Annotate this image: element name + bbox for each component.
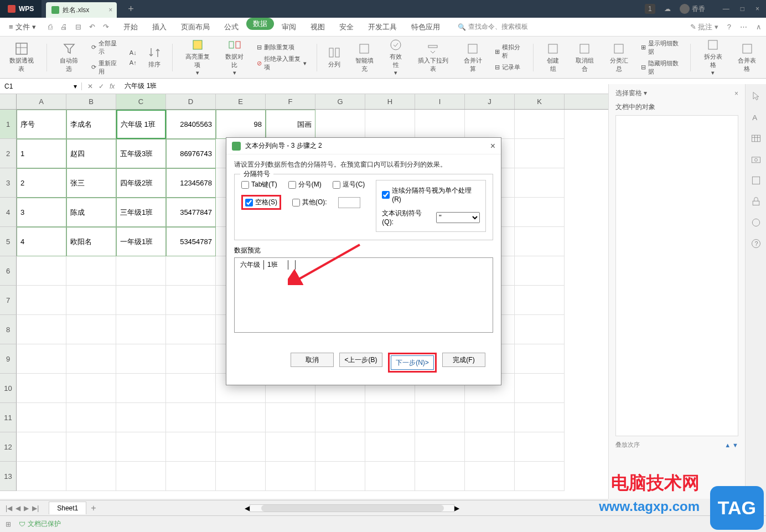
- cell[interactable]: 张三: [66, 168, 116, 198]
- cell[interactable]: [315, 462, 365, 491]
- tab-layout[interactable]: 页面布局: [174, 18, 216, 37]
- reapply-button[interactable]: ⟳重新应用: [89, 58, 122, 77]
- cancel-button[interactable]: 取消: [291, 353, 334, 367]
- move-up-icon[interactable]: ▲: [724, 442, 731, 448]
- sort-button[interactable]: 排序: [144, 44, 164, 71]
- col-header-g[interactable]: G: [315, 94, 365, 109]
- sort-desc-button[interactable]: A↑: [127, 58, 139, 67]
- subtotal-button[interactable]: 分类汇总: [604, 40, 633, 75]
- tab-review[interactable]: 审阅: [275, 18, 303, 37]
- ungroup-button[interactable]: 取消组合: [570, 40, 599, 75]
- analysis-icon[interactable]: [751, 175, 762, 186]
- cell[interactable]: 李成名: [66, 110, 116, 139]
- cell[interactable]: [17, 286, 66, 315]
- tab-checkbox[interactable]: Tab键(T): [241, 180, 277, 189]
- cell[interactable]: [66, 315, 116, 344]
- cell[interactable]: [166, 286, 216, 315]
- cell[interactable]: [116, 315, 166, 344]
- scroll-right-icon[interactable]: ▶: [454, 504, 459, 512]
- cell[interactable]: 序号: [17, 110, 66, 139]
- cell[interactable]: [415, 110, 465, 139]
- reject-dup-button[interactable]: ⊘拒绝录入重复项 ▾: [255, 54, 309, 73]
- fx-icon[interactable]: fx: [110, 82, 115, 90]
- cell[interactable]: [415, 403, 465, 432]
- save-icon[interactable]: ⎙: [48, 23, 53, 31]
- user-avatar[interactable]: 香香: [680, 4, 705, 14]
- cell[interactable]: 五年级3班: [116, 139, 166, 168]
- col-header-i[interactable]: I: [415, 94, 465, 109]
- cell[interactable]: [266, 432, 315, 462]
- show-all-button[interactable]: ⟳全部显示: [89, 38, 122, 57]
- cell[interactable]: [266, 462, 315, 491]
- document-tab[interactable]: 姓名.xlsx ×: [46, 2, 117, 18]
- print-icon[interactable]: 🖨: [60, 23, 68, 31]
- cell[interactable]: [166, 374, 216, 403]
- tab-special[interactable]: 特色应用: [405, 18, 447, 37]
- cell[interactable]: 陈成: [66, 198, 116, 227]
- cell[interactable]: [17, 315, 66, 344]
- cell[interactable]: [116, 256, 166, 286]
- cell[interactable]: [515, 432, 565, 462]
- app-logo[interactable]: WPS: [0, 0, 42, 18]
- cell[interactable]: [465, 432, 515, 462]
- cell[interactable]: [216, 403, 266, 432]
- tab-insert[interactable]: 插入: [146, 18, 173, 37]
- cell[interactable]: [116, 374, 166, 403]
- select-all-corner[interactable]: [0, 94, 17, 109]
- cell[interactable]: [315, 110, 365, 139]
- col-header-k[interactable]: K: [515, 94, 565, 109]
- cell[interactable]: [315, 403, 365, 432]
- cell[interactable]: 四年级2班: [116, 168, 166, 198]
- backup-icon[interactable]: [751, 217, 762, 228]
- cell[interactable]: [166, 403, 216, 432]
- cell[interactable]: [66, 344, 116, 374]
- cell[interactable]: 六年级 1班: [116, 110, 166, 139]
- collapse-icon[interactable]: ∧: [756, 23, 762, 31]
- move-down-icon[interactable]: ▼: [732, 442, 738, 448]
- cell[interactable]: [365, 403, 415, 432]
- row-header[interactable]: 12: [0, 432, 17, 462]
- consecutive-checkbox[interactable]: 连续分隔符号视为单个处理(R): [382, 186, 480, 203]
- row-header[interactable]: 1: [0, 110, 17, 139]
- cell[interactable]: [116, 432, 166, 462]
- cell[interactable]: [515, 168, 565, 198]
- cell[interactable]: [365, 432, 415, 462]
- col-header-e[interactable]: E: [216, 94, 266, 109]
- row-header[interactable]: 13: [0, 462, 17, 491]
- row-header[interactable]: 7: [0, 286, 17, 315]
- cloud-icon[interactable]: ☁: [664, 5, 671, 13]
- last-sheet-icon[interactable]: ▶|: [32, 504, 39, 512]
- cell[interactable]: [66, 286, 116, 315]
- grid-icon[interactable]: ⊞: [6, 520, 11, 528]
- sort-asc-button[interactable]: A↓: [127, 48, 139, 57]
- cell[interactable]: 3: [17, 198, 66, 227]
- minimize-icon[interactable]: —: [723, 5, 729, 13]
- file-menu[interactable]: ≡ 文件 ▾: [4, 22, 40, 32]
- space-checkbox[interactable]: 空格(S): [245, 198, 277, 207]
- accept-fx-icon[interactable]: ✓: [99, 82, 104, 90]
- next-button[interactable]: 下一步(N)>: [391, 355, 434, 370]
- close-icon[interactable]: ×: [755, 5, 759, 13]
- cell[interactable]: 28405563: [166, 110, 216, 139]
- pointer-icon[interactable]: [751, 91, 762, 102]
- cell[interactable]: [166, 462, 216, 491]
- other-delimiter-input[interactable]: [338, 197, 360, 208]
- cell[interactable]: 一年级1班: [116, 227, 166, 256]
- cell[interactable]: [515, 374, 565, 403]
- cell[interactable]: 53454787: [166, 227, 216, 256]
- maximize-icon[interactable]: □: [741, 5, 744, 13]
- prev-sheet-icon[interactable]: ◀: [15, 504, 20, 512]
- cell[interactable]: [365, 110, 415, 139]
- row-header[interactable]: 5: [0, 227, 17, 256]
- smart-fill-button[interactable]: 智能填充: [350, 40, 379, 75]
- row-header[interactable]: 6: [0, 256, 17, 286]
- cell[interactable]: 2: [17, 168, 66, 198]
- add-sheet-button[interactable]: +: [91, 503, 96, 513]
- split-table-button[interactable]: 拆分表格 ▾: [698, 36, 727, 79]
- tab-close-icon[interactable]: ×: [108, 6, 112, 14]
- cell[interactable]: [515, 227, 565, 256]
- tab-security[interactable]: 安全: [333, 18, 360, 37]
- col-header-j[interactable]: J: [465, 94, 515, 109]
- search-box[interactable]: 🔍 查找命令、搜索模板: [458, 22, 528, 32]
- dropdown-button[interactable]: 插入下拉列表: [413, 40, 453, 75]
